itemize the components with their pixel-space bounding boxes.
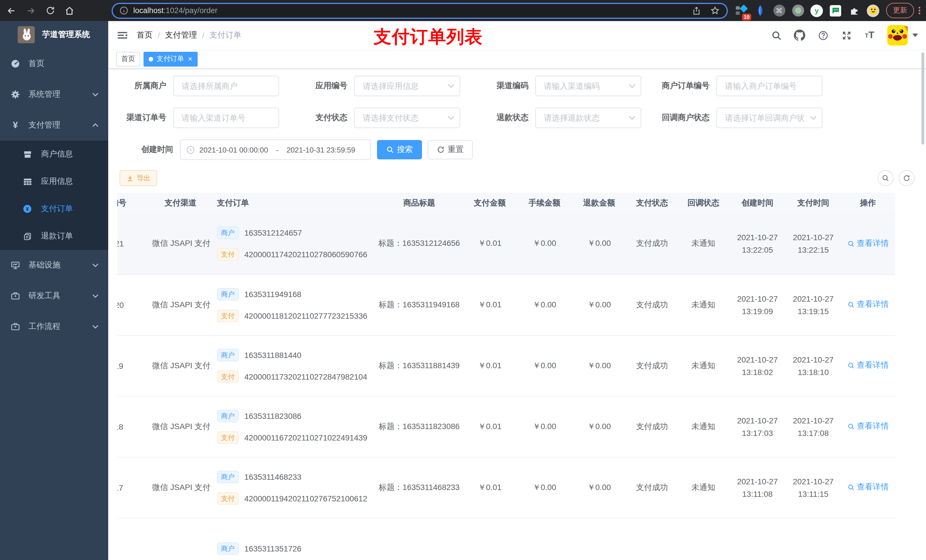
search-icon[interactable]	[770, 30, 782, 41]
channel-order-no-input[interactable]	[173, 107, 279, 128]
reset-button[interactable]: 重置	[428, 140, 473, 159]
breadcrumb-pay[interactable]: 支付管理	[165, 30, 197, 41]
pay-tag: 支付	[217, 309, 239, 322]
extension-y-icon[interactable]: y	[810, 4, 823, 17]
pay-status-cell: 支付成功	[626, 396, 678, 457]
sidebar-item-home[interactable]: 首页	[0, 48, 108, 79]
filter-refund-status: 退款状态	[474, 107, 655, 128]
table-row[interactable]: 商户 1635311351726	[117, 518, 895, 560]
sidebar-item-pay-order[interactable]: ¥ 支付订单	[0, 195, 108, 222]
pay-submenu: 商户信息 应用信息 ¥ 支付订单	[0, 140, 108, 250]
merchant-input[interactable]	[173, 76, 279, 96]
notify-status-select[interactable]	[716, 107, 822, 128]
view-detail-link[interactable]: 查看详情	[847, 421, 889, 432]
notify-status-cell: 未通知	[678, 335, 729, 396]
view-detail-link[interactable]: 查看详情	[847, 361, 889, 371]
view-detail-link[interactable]: 查看详情	[847, 238, 889, 249]
extension-diamond-icon[interactable]: 10	[735, 4, 748, 17]
action-cell: 查看详情	[841, 274, 895, 335]
bookmark-star-icon[interactable]	[710, 6, 720, 15]
view-detail-link[interactable]: 查看详情	[847, 300, 889, 310]
pay-amount-cell: ￥0.01	[462, 457, 517, 518]
document-icon	[23, 232, 32, 241]
sidebar-item-infra[interactable]: 基础设施	[0, 250, 108, 281]
notify-status-cell	[678, 518, 729, 560]
merchant-order-no-input[interactable]	[716, 76, 822, 96]
page-scrollbar[interactable]	[921, 52, 924, 145]
pay-amount-cell: ￥0.01	[462, 335, 517, 396]
extension-emoji-icon[interactable]	[867, 4, 879, 17]
site-info-icon[interactable]	[120, 6, 128, 15]
search-icon	[882, 174, 890, 182]
pay-channel-cell	[152, 518, 209, 560]
sidebar-item-system[interactable]: 系统管理	[0, 79, 108, 110]
share-icon[interactable]	[692, 6, 701, 15]
pay-status-select[interactable]	[354, 107, 460, 128]
extension-spinnaker-icon[interactable]	[754, 4, 767, 17]
fee-amount-cell	[517, 518, 572, 560]
show-search-button[interactable]	[878, 170, 894, 186]
search-button[interactable]: 搜索	[377, 140, 422, 159]
view-detail-link[interactable]: 查看详情	[847, 482, 889, 492]
fullscreen-icon[interactable]	[841, 30, 852, 41]
table-row[interactable]: 118 微信 JSAPI 支付 商户 1635311823086 支付 4200…	[117, 396, 895, 457]
export-button[interactable]: 导出	[120, 170, 157, 186]
merchant-tag: 商户	[217, 349, 239, 361]
action-cell: 查看详情	[841, 213, 895, 274]
extension-puzzle-icon[interactable]	[848, 4, 861, 17]
extensions-area: 10 ⌘ y	[735, 4, 879, 17]
close-icon[interactable]: ×	[188, 55, 192, 63]
tag-pay-order[interactable]: 支付订单 ×	[144, 51, 197, 66]
sidebar-item-dev-tools[interactable]: 研发工具	[0, 281, 108, 311]
notify-status-cell: 未通知	[678, 457, 729, 518]
sidebar-item-pay[interactable]: ¥ 支付管理	[0, 110, 108, 140]
refund-amount-cell: ￥0.00	[572, 274, 626, 335]
merchant-tag: 商户	[217, 409, 239, 422]
extension-command-icon[interactable]: ⌘	[773, 4, 785, 17]
github-icon[interactable]	[794, 30, 805, 41]
pay-amount-cell: ￥0.01	[462, 274, 517, 335]
hamburger-icon[interactable]	[117, 30, 128, 41]
address-bar[interactable]: localhost:1024/pay/order	[112, 3, 728, 18]
table-row[interactable]: 119 微信 JSAPI 支付 商户 1635311881440 支付 4200…	[117, 335, 895, 396]
browser-update-button[interactable]: 更新	[886, 3, 914, 18]
user-menu[interactable]	[887, 25, 918, 45]
home-icon[interactable]	[64, 5, 75, 16]
breadcrumb-current: 支付订单	[210, 30, 242, 41]
table-row[interactable]: 121 微信 JSAPI 支付 商户 1635312124657 支付 4200…	[117, 213, 895, 274]
refresh-table-button[interactable]	[899, 170, 915, 186]
refund-status-select[interactable]	[535, 107, 641, 128]
sidebar-item-merchant-info[interactable]: 商户信息	[0, 140, 108, 168]
date-range-input[interactable]: 2021-10-01 00:00:00 - 2021-10-31 23:59:5…	[180, 139, 371, 160]
svg-text:¥: ¥	[26, 206, 29, 212]
extension-chat-icon[interactable]	[829, 4, 842, 17]
refresh-icon	[903, 174, 911, 182]
filter-channel-order-no: 渠道订单号	[112, 107, 293, 128]
sidebar-item-refund-order[interactable]: 退款订单	[0, 222, 108, 250]
action-cell: 查看详情	[841, 335, 895, 396]
channel-code-select[interactable]	[535, 76, 641, 96]
pay-order-cell: 商户 1635311351726	[209, 518, 376, 560]
column-header: 回调状态	[678, 193, 729, 213]
created-time-cell: 2021-10-2713:18:02	[729, 335, 786, 396]
app-select[interactable]	[354, 76, 460, 96]
sidebar-item-app-info[interactable]: 应用信息	[0, 168, 108, 195]
help-icon[interactable]	[817, 30, 829, 41]
table-row[interactable]: 117 微信 JSAPI 支付 商户 1635311468233 支付 4200…	[117, 457, 895, 518]
pay-channel-cell: 微信 JSAPI 支付	[152, 457, 209, 518]
fee-amount-cell: ￥0.00	[517, 457, 572, 518]
reload-icon[interactable]	[44, 5, 56, 16]
extension-dot-icon[interactable]	[791, 4, 804, 17]
chevron-down-icon	[810, 116, 817, 120]
sidebar-item-workflow[interactable]: 工作流程	[0, 311, 108, 342]
forward-icon[interactable]	[25, 5, 36, 16]
table-row[interactable]: 120 微信 JSAPI 支付 商户 1635311949168 支付 4200…	[117, 274, 895, 335]
browser-menu-icon[interactable]	[918, 7, 920, 14]
tag-home[interactable]: 首页	[116, 51, 140, 66]
briefcase-icon	[11, 322, 20, 331]
pay-tag: 支付	[217, 492, 239, 504]
chevron-down-icon	[92, 263, 98, 267]
back-icon[interactable]	[6, 5, 17, 16]
font-size-icon[interactable]: TT	[864, 30, 875, 41]
breadcrumb-home[interactable]: 首页	[137, 30, 153, 41]
